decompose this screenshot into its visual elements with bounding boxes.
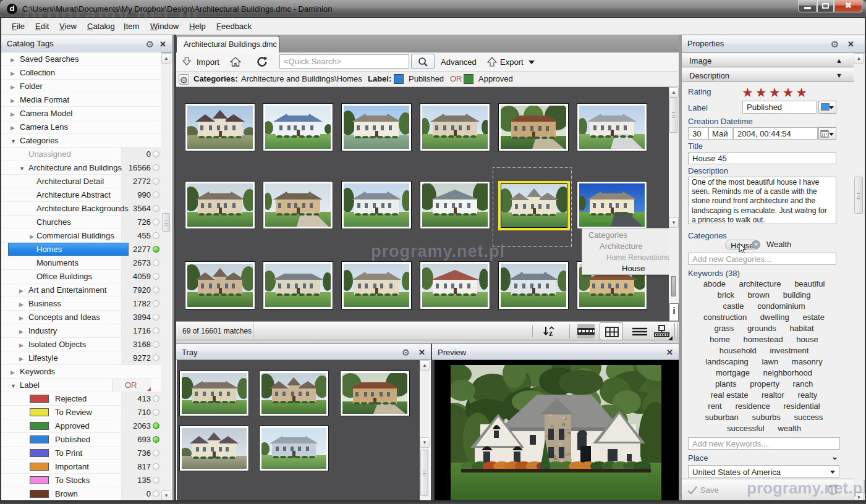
svg-text:z: z: [549, 329, 553, 338]
